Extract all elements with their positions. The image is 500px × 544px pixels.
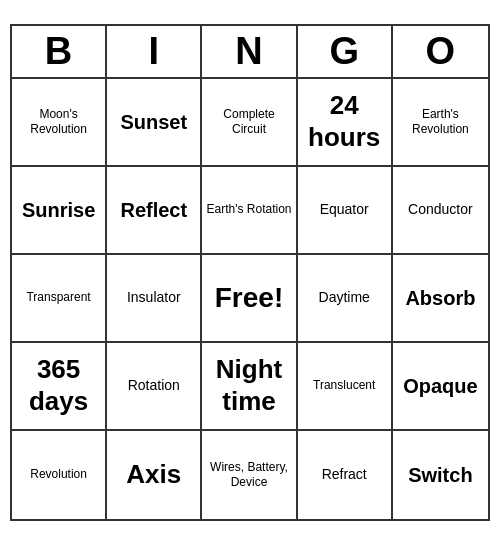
- bingo-cell-19: Opaque: [393, 343, 488, 431]
- bingo-cell-6: Reflect: [107, 167, 202, 255]
- bingo-letter-o: O: [393, 26, 488, 77]
- bingo-header: BINGO: [12, 26, 488, 79]
- bingo-letter-b: B: [12, 26, 107, 77]
- bingo-cell-13: Daytime: [298, 255, 393, 343]
- bingo-cell-23: Refract: [298, 431, 393, 519]
- bingo-cell-15: 365 days: [12, 343, 107, 431]
- bingo-cell-0: Moon's Revolution: [12, 79, 107, 167]
- bingo-cell-7: Earth's Rotation: [202, 167, 297, 255]
- bingo-cell-17: Night time: [202, 343, 297, 431]
- bingo-letter-i: I: [107, 26, 202, 77]
- bingo-grid: Moon's RevolutionSunsetComplete Circuit2…: [12, 79, 488, 519]
- bingo-cell-14: Absorb: [393, 255, 488, 343]
- bingo-cell-10: Transparent: [12, 255, 107, 343]
- bingo-cell-16: Rotation: [107, 343, 202, 431]
- bingo-cell-1: Sunset: [107, 79, 202, 167]
- bingo-letter-g: G: [298, 26, 393, 77]
- bingo-letter-n: N: [202, 26, 297, 77]
- bingo-cell-11: Insulator: [107, 255, 202, 343]
- bingo-cell-4: Earth's Revolution: [393, 79, 488, 167]
- bingo-cell-12: Free!: [202, 255, 297, 343]
- bingo-cell-2: Complete Circuit: [202, 79, 297, 167]
- bingo-cell-21: Axis: [107, 431, 202, 519]
- bingo-cell-8: Equator: [298, 167, 393, 255]
- bingo-cell-9: Conductor: [393, 167, 488, 255]
- bingo-cell-5: Sunrise: [12, 167, 107, 255]
- bingo-cell-3: 24 hours: [298, 79, 393, 167]
- bingo-cell-20: Revolution: [12, 431, 107, 519]
- bingo-card: BINGO Moon's RevolutionSunsetComplete Ci…: [10, 24, 490, 521]
- bingo-cell-24: Switch: [393, 431, 488, 519]
- bingo-cell-22: Wires, Battery, Device: [202, 431, 297, 519]
- bingo-cell-18: Translucent: [298, 343, 393, 431]
